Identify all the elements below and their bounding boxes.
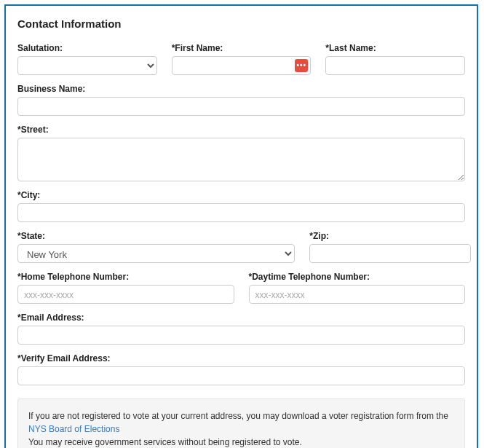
salutation-select[interactable] (17, 56, 157, 75)
first-name-input[interactable] (172, 56, 312, 75)
business-name-input[interactable] (17, 97, 465, 116)
last-name-input[interactable] (325, 56, 465, 75)
day-phone-group: *Daytime Telephone Number: (249, 272, 466, 304)
salutation-group: Salutation: (17, 43, 157, 75)
business-name-label: Business Name: (17, 84, 465, 94)
verify-email-label: *Verify Email Address: (17, 353, 465, 363)
first-name-group: *First Name: ••• (172, 43, 312, 75)
business-name-group: Business Name: (17, 84, 465, 116)
nys-board-link[interactable]: NYS Board of Elections (28, 424, 119, 434)
city-label: *City: (17, 190, 465, 200)
city-input[interactable] (17, 203, 465, 222)
state-select[interactable]: New York (17, 244, 295, 263)
home-phone-input[interactable] (17, 285, 234, 304)
voter-registration-note: If you are not registered to vote at you… (17, 398, 465, 448)
last-name-group: *Last Name: (325, 43, 465, 75)
zip-input[interactable] (309, 244, 470, 263)
street-input[interactable] (17, 138, 465, 181)
panel-title: Contact Information (17, 17, 465, 30)
note-text-1: If you are not registered to vote at you… (28, 411, 448, 421)
home-phone-group: *Home Telephone Number: (17, 272, 234, 304)
note-text-2: You may receive government services with… (28, 437, 302, 447)
state-label: *State: (17, 231, 295, 241)
day-phone-input[interactable] (249, 285, 466, 304)
zip-label: *Zip: (309, 231, 470, 241)
last-name-label: *Last Name: (325, 43, 465, 53)
home-phone-label: *Home Telephone Number: (17, 272, 234, 282)
state-group: *State: New York (17, 231, 295, 263)
email-label: *Email Address: (17, 313, 465, 323)
street-group: *Street: (17, 125, 465, 181)
street-label: *Street: (17, 125, 465, 135)
email-input[interactable] (17, 326, 465, 345)
verify-email-group: *Verify Email Address: (17, 353, 465, 385)
verify-email-input[interactable] (17, 366, 465, 385)
first-name-label: *First Name: (172, 43, 312, 53)
email-group: *Email Address: (17, 313, 465, 345)
zip-group: *Zip: (309, 231, 470, 263)
contact-info-panel: Contact Information Salutation: *First N… (4, 4, 478, 448)
day-phone-label: *Daytime Telephone Number: (249, 272, 466, 282)
city-group: *City: (17, 190, 465, 222)
salutation-label: Salutation: (17, 43, 157, 53)
